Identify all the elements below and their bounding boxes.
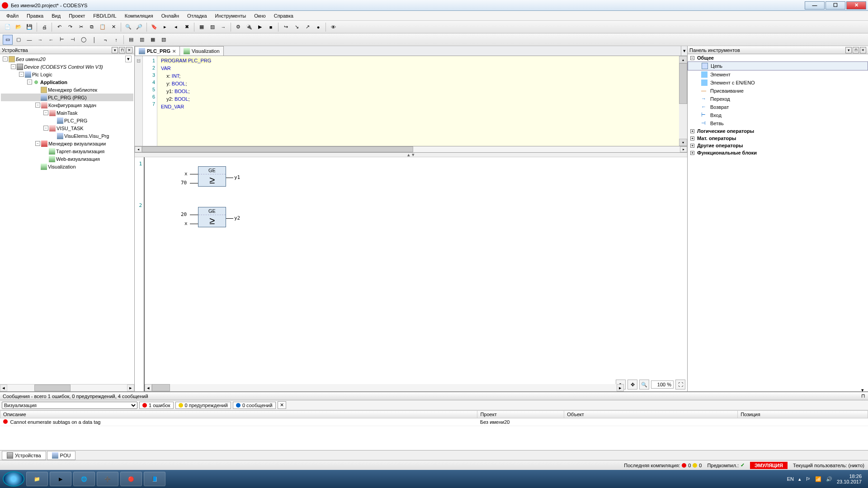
fbd-block-ge-2[interactable]: GE ≥: [198, 207, 226, 227]
menu-view[interactable]: Вид: [48, 12, 64, 19]
uncomment-icon[interactable]: ▨: [208, 22, 217, 32]
clear-messages-button[interactable]: ✕: [278, 401, 286, 409]
zoom-tool-icon[interactable]: 🔍: [639, 380, 649, 389]
code-vscroll[interactable]: ▴ ▾: [679, 56, 687, 146]
menu-edit[interactable]: Правка: [23, 12, 47, 19]
taskbar-word[interactable]: 📘: [144, 472, 165, 486]
expander-icon[interactable]: −: [43, 126, 48, 131]
tray-network-icon[interactable]: 📶: [815, 476, 821, 482]
compile-icon[interactable]: ⚙: [233, 22, 243, 32]
info-filter[interactable]: 0 сообщений: [233, 402, 276, 409]
tray-up-icon[interactable]: ▴: [798, 476, 801, 482]
taskbar-explorer[interactable]: 📁: [26, 472, 48, 486]
expander-icon[interactable]: +: [690, 129, 694, 133]
jump-icon[interactable]: →: [35, 35, 45, 45]
tab-visualization[interactable]: Visualization: [179, 46, 224, 56]
taskbar-codesys[interactable]: 🔴: [120, 472, 142, 486]
bookmark-clear-icon[interactable]: ✖: [182, 22, 192, 32]
tree-lib[interactable]: Менеджер библиотек: [48, 87, 97, 93]
negate-icon[interactable]: ¬: [100, 35, 110, 45]
panel-menu-button[interactable]: ▾: [861, 387, 865, 393]
bookmark-prev-icon[interactable]: ◂: [171, 22, 181, 32]
tree-app[interactable]: Application: [40, 80, 67, 85]
block-input-2[interactable]: 70: [181, 180, 187, 186]
expander-icon[interactable]: −: [690, 56, 694, 60]
tray-volume-icon[interactable]: 🔊: [826, 476, 832, 482]
stop-icon[interactable]: ■: [266, 22, 276, 32]
tree-menu-button[interactable]: ▾: [125, 56, 132, 62]
toolbox-item-element-eno[interactable]: Элемент с EN/ENO: [688, 79, 868, 87]
contact-icon[interactable]: │: [90, 35, 99, 45]
expander-icon[interactable]: −: [35, 103, 40, 108]
delete-icon[interactable]: ✕: [108, 22, 118, 32]
tree-visumgr[interactable]: Менеджер визуализации: [48, 141, 106, 146]
tray-flag-icon[interactable]: 🏳: [806, 476, 811, 482]
expander-icon[interactable]: −: [43, 110, 48, 115]
device-tree[interactable]: −Без имени20▾ −Device (CODESYS Control W…: [0, 54, 134, 384]
pane-splitter[interactable]: ▴▾: [135, 153, 687, 157]
tray-clock[interactable]: 18:26 23.10.2017: [837, 474, 862, 484]
expander-icon[interactable]: +: [690, 136, 694, 141]
input-icon[interactable]: ⊢: [57, 35, 67, 45]
view4-icon[interactable]: ▧: [159, 35, 169, 45]
new-icon[interactable]: 📄: [3, 22, 13, 32]
block-input-2[interactable]: x: [184, 221, 188, 226]
menu-debug[interactable]: Отладка: [184, 12, 210, 19]
col-description[interactable]: Описание: [0, 411, 477, 418]
login-icon[interactable]: 🔌: [244, 22, 254, 32]
toolbox-group-logic[interactable]: +Логические операторы: [688, 127, 868, 135]
maximize-button[interactable]: ☐: [826, 1, 845, 9]
undo-icon[interactable]: ↶: [54, 22, 64, 32]
tree-visuelem[interactable]: VisuElems.Visu_Prg: [64, 133, 109, 139]
menu-window[interactable]: Окно: [250, 12, 269, 19]
tree-taskcfg[interactable]: Конфигурация задач: [48, 103, 96, 108]
toolbox-group-general[interactable]: −Общее: [688, 54, 868, 61]
findnext-icon[interactable]: 🔎: [134, 22, 144, 32]
tab-devices[interactable]: Устройства: [2, 451, 46, 460]
box-icon[interactable]: ▢: [14, 35, 24, 45]
expander-icon[interactable]: −: [19, 72, 24, 77]
menu-online[interactable]: Онлайн: [158, 12, 183, 19]
panel-close-button[interactable]: ✕: [126, 47, 132, 53]
scroll-right-icon[interactable]: ▸: [127, 385, 134, 391]
fbd-editor[interactable]: 1 2 GE ≥ x 70 y1 GE ≥ 20 x y2: [135, 157, 687, 391]
tree-visualization[interactable]: Visualization: [48, 164, 76, 169]
status-emulation[interactable]: ЭМУЛЯЦИЯ: [750, 462, 788, 469]
scroll-left-icon[interactable]: ◂: [145, 384, 152, 391]
indent-icon[interactable]: →: [218, 22, 228, 32]
scroll-right-icon[interactable]: ▸: [617, 384, 624, 391]
toolbox-item-element[interactable]: Элемент: [688, 70, 868, 79]
col-object[interactable]: Объект: [564, 411, 738, 418]
code-text[interactable]: PROGRAM PLC_PRG VAR x: INT; y: BOOL; y1:…: [157, 56, 679, 146]
toolbox-item-network[interactable]: Цепь: [688, 61, 868, 70]
messages-source-select[interactable]: Визуализация: [2, 402, 137, 409]
watch-icon[interactable]: 👁: [328, 22, 338, 32]
menu-file[interactable]: Файл: [3, 12, 22, 19]
toolbox-item-return[interactable]: ←Возврат: [688, 103, 868, 111]
errors-filter[interactable]: 1 ошибок: [139, 402, 174, 409]
bookmark-next-icon[interactable]: ▸: [160, 22, 170, 32]
zoom-value[interactable]: 100 %: [651, 380, 674, 389]
menu-fbd[interactable]: FBD/LD/IL: [90, 12, 120, 19]
tree-web[interactable]: Web-визуализация: [56, 156, 100, 162]
block-input-1[interactable]: x: [184, 171, 188, 177]
cut-icon[interactable]: ✂: [76, 22, 86, 32]
menu-project[interactable]: Проект: [65, 12, 89, 19]
save-icon[interactable]: 💾: [24, 22, 34, 32]
bookmark-icon[interactable]: 🔖: [149, 22, 159, 32]
col-position[interactable]: Позиция: [738, 411, 868, 418]
expander-icon[interactable]: −: [3, 56, 8, 61]
assign-icon[interactable]: —: [24, 35, 34, 45]
panel-menu-button[interactable]: ▾: [845, 47, 852, 53]
run-icon[interactable]: ▶: [255, 22, 265, 32]
block-output[interactable]: y1: [234, 174, 240, 180]
fbd-hscroll[interactable]: ◂ ▸: [145, 384, 624, 391]
copy-icon[interactable]: ⧉: [87, 22, 97, 32]
message-row[interactable]: Cannot enumerate subtags on a data tag Б…: [0, 418, 868, 426]
tab-pou[interactable]: POU: [47, 451, 76, 460]
pan-tool-icon[interactable]: ✥: [627, 380, 637, 389]
tabs-menu-button[interactable]: ▾: [681, 46, 687, 56]
taskbar-chrome[interactable]: 🌐: [73, 472, 95, 486]
paste-icon[interactable]: 📋: [98, 22, 108, 32]
expander-icon[interactable]: −: [11, 64, 16, 69]
